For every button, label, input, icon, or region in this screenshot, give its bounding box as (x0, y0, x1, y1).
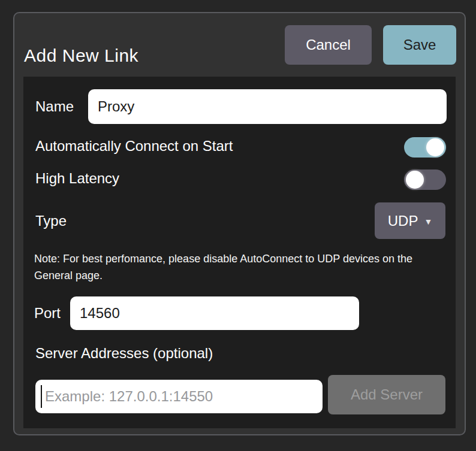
udp-autoconnect-note: Note: For best perfomance, please disabl… (34, 250, 437, 284)
toggle-knob (426, 138, 444, 156)
toggle-knob (406, 171, 424, 189)
type-label: Type (35, 213, 67, 229)
text-cursor (41, 385, 42, 408)
server-address-field (35, 380, 323, 413)
server-addresses-label: Server Addresses (optional) (35, 345, 213, 362)
high-latency-toggle[interactable] (404, 169, 446, 190)
add-server-button[interactable]: Add Server (328, 375, 445, 414)
dialog-title: Add New Link (24, 46, 138, 66)
autoconnect-label: Automatically Connect on Start (35, 138, 233, 155)
port-input[interactable] (70, 296, 359, 330)
type-dropdown[interactable]: UDP ▼ (375, 202, 445, 239)
chevron-down-icon: ▼ (424, 217, 432, 226)
server-address-input[interactable] (35, 380, 323, 413)
save-button[interactable]: Save (383, 25, 456, 65)
link-settings-panel: Name Automatically Connect on Start High… (23, 77, 456, 428)
name-label: Name (35, 98, 74, 115)
port-label: Port (34, 305, 61, 322)
autoconnect-toggle[interactable] (404, 137, 446, 158)
type-dropdown-value: UDP (388, 213, 418, 229)
cancel-button[interactable]: Cancel (285, 25, 372, 65)
name-input[interactable] (88, 89, 447, 124)
add-new-link-dialog: Add New Link Cancel Save Name Automatica… (13, 12, 466, 435)
high-latency-label: High Latency (35, 170, 119, 187)
